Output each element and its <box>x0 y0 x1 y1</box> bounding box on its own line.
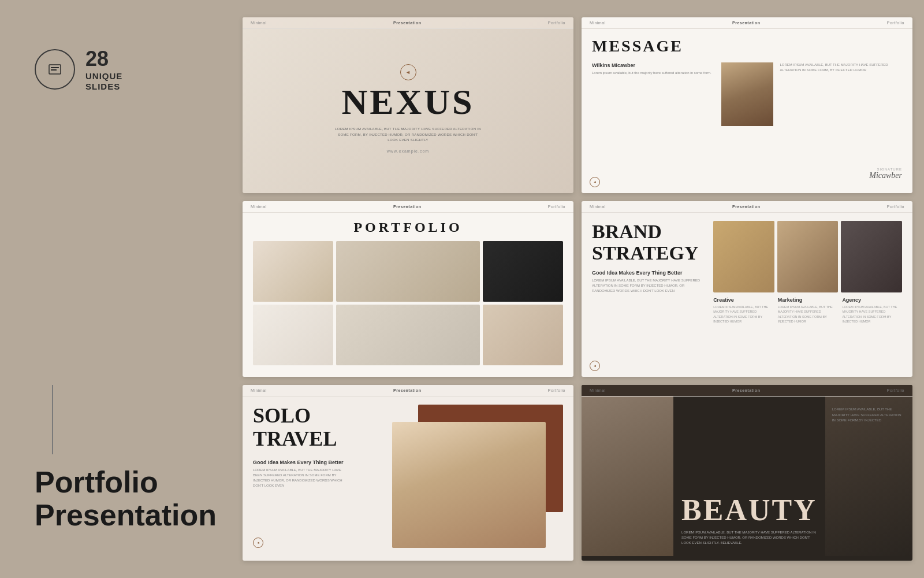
slide-4-header-center: Presentation <box>732 205 760 209</box>
photo-jewelry <box>713 221 774 292</box>
slide-4-header: Minimal Presentation Portfolio <box>582 201 912 213</box>
beauty-right-text: LOREM IPSUM AVAILABLE, BUT THE MAJORITY … <box>832 407 906 424</box>
portfolio-cell-4 <box>253 305 333 365</box>
slide-beauty[interactable]: Minimal Presentation Portfolio BEAUTY LO… <box>582 385 912 561</box>
slide-6-header-right: Portfolio <box>887 388 904 392</box>
slide-2-logo <box>590 177 600 187</box>
nexus-title: NEXUS <box>341 84 474 120</box>
agency-text: LOREM IPSUM AVAILABLE, BUT THE MAJORITY … <box>842 305 902 324</box>
badge-label-line2: SLIDES <box>85 81 122 92</box>
brand-col-marketing: Marketing LOREM IPSUM AVAILABLE, BUT THE… <box>778 297 838 324</box>
img-furniture <box>253 241 333 302</box>
brand-title: BRAND STRATEGY <box>592 221 705 264</box>
slide-4-header-right: Portfolio <box>887 205 904 209</box>
slide-5-content: SOLO TRAVEL Good Idea Makes Every Thing … <box>243 397 573 556</box>
portfolio-cell-6 <box>483 305 563 365</box>
slide-5-header-right: Portfolio <box>548 388 565 392</box>
slide-2-header-right: Portfolio <box>887 21 904 25</box>
brand-photos <box>713 221 902 292</box>
signature-area: SIGNATURE Micawber <box>780 168 903 180</box>
brand-photo-3 <box>841 221 902 292</box>
agency-title: Agency <box>842 297 902 303</box>
slide-nexus[interactable]: Minimal Presentation Portfolio NEXUS LOR… <box>243 17 573 193</box>
left-panel: 28 UNIQUE SLIDES Portfolio Presentation <box>0 0 243 578</box>
slide-1-header: Minimal Presentation Portfolio <box>243 17 573 29</box>
beauty-text: LOREM IPSUM AVAILABLE, BUT THE MAJORITY … <box>681 530 817 546</box>
img-bottles <box>336 241 480 302</box>
slide-5-header-left: Minimal <box>251 388 267 392</box>
badge-number: 28 <box>85 46 122 71</box>
beauty-title: BEAUTY <box>681 495 817 525</box>
slide-1-header-left: Minimal <box>251 21 267 25</box>
message-body: Wilkins Micawber Lorem ipsum available, … <box>592 62 902 180</box>
beauty-center: BEAUTY LOREM IPSUM AVAILABLE, BUT THE MA… <box>673 397 825 556</box>
svg-rect-1 <box>51 67 59 68</box>
slide-5-header-center: Presentation <box>393 388 421 392</box>
slide-3-header-center: Presentation <box>393 205 421 209</box>
badge-text: 28 UNIQUE SLIDES <box>85 46 122 92</box>
divider-line <box>52 385 53 454</box>
slide-2-header: Minimal Presentation Portfolio <box>582 17 912 29</box>
creative-title: Creative <box>713 297 773 303</box>
travel-left: SOLO TRAVEL Good Idea Makes Every Thing … <box>253 405 384 548</box>
travel-right <box>392 405 563 548</box>
travel-title: SOLO TRAVEL <box>253 405 384 450</box>
badge-icon <box>35 49 75 90</box>
img-laptop <box>336 305 480 365</box>
slide-message[interactable]: Minimal Presentation Portfolio MESSAGE W… <box>582 17 912 193</box>
portfolio-cell-1 <box>253 241 333 302</box>
slide-portfolio[interactable]: Minimal Presentation Portfolio PORTFOLIO <box>243 201 573 377</box>
slide-2-header-center: Presentation <box>732 21 760 25</box>
slide-6-header-left: Minimal <box>590 388 606 392</box>
slide-6-header-center: Presentation <box>732 388 760 392</box>
portfolio-slide-title: PORTFOLIO <box>253 220 563 235</box>
brand-subtitle: Good Idea Makes Every Thing Better <box>592 270 705 276</box>
beauty-right: LOREM IPSUM AVAILABLE, BUT THE MAJORITY … <box>825 397 912 556</box>
slide-4-logo <box>590 361 600 371</box>
brand-right: Creative LOREM IPSUM AVAILABLE, BUT THE … <box>713 221 902 364</box>
img-vase <box>253 305 333 365</box>
brand-left: BRAND STRATEGY Good Idea Makes Every Thi… <box>592 221 705 364</box>
badge-area: 28 UNIQUE SLIDES <box>35 46 208 92</box>
message-left: Wilkins Micawber Lorem ipsum available, … <box>592 62 714 180</box>
travel-photo <box>392 422 546 548</box>
message-title: MESSAGE <box>592 37 902 55</box>
signature-name: Micawber <box>780 171 903 180</box>
slide-1-header-center: Presentation <box>393 21 421 25</box>
creative-text: LOREM IPSUM AVAILABLE, BUT THE MAJORITY … <box>713 305 773 324</box>
img-pillow <box>483 305 563 365</box>
slide-4-header-left: Minimal <box>590 205 606 209</box>
svg-rect-2 <box>51 69 57 71</box>
nexus-url: www.example.com <box>387 149 429 153</box>
slide-6-header: Minimal Presentation Portfolio <box>582 385 912 397</box>
left-middle <box>35 92 208 465</box>
slide-brand-strategy[interactable]: Minimal Presentation Portfolio BRAND STR… <box>582 201 912 377</box>
travel-text: LOREM IPSUM AVAILABLE, BUT THE MAJORITY … <box>253 468 345 488</box>
beauty-left-photo <box>582 397 673 556</box>
slide-6-content: BEAUTY LOREM IPSUM AVAILABLE, BUT THE MA… <box>582 397 912 556</box>
marketing-title: Marketing <box>778 297 838 303</box>
message-lorem: LOREM IPSUM AVAILABLE, BUT THE MAJORITY … <box>780 62 903 73</box>
portfolio-cell-3 <box>483 241 563 302</box>
slide-1-content: NEXUS LOREM IPSUM AVAILABLE, BUT THE MAJ… <box>243 29 573 188</box>
img-mug <box>483 241 563 302</box>
portfolio-grid <box>253 241 563 365</box>
slide-3-header: Minimal Presentation Portfolio <box>243 201 573 213</box>
bottom-title: Portfolio Presentation <box>35 466 208 532</box>
slide-1-header-right: Portfolio <box>548 21 565 25</box>
slide-3-header-left: Minimal <box>251 205 267 209</box>
nexus-subtitle: LOREM IPSUM AVAILABLE, BUT THE MAJORITY … <box>333 127 483 143</box>
message-photo <box>721 62 773 126</box>
message-author: Wilkins Micawber <box>592 62 714 68</box>
slide-2-header-left: Minimal <box>590 21 606 25</box>
slide-4-content: BRAND STRATEGY Good Idea Makes Every Thi… <box>582 213 912 372</box>
brand-col-agency: Agency LOREM IPSUM AVAILABLE, BUT THE MA… <box>842 297 902 324</box>
slide-solo-travel[interactable]: Minimal Presentation Portfolio SOLO TRAV… <box>243 385 573 561</box>
brand-photo-1 <box>713 221 774 292</box>
nexus-icon <box>400 64 416 80</box>
slide-5-logo <box>253 538 263 548</box>
photo-dark <box>841 221 902 292</box>
brand-cols: Creative LOREM IPSUM AVAILABLE, BUT THE … <box>713 297 902 324</box>
brand-desc: LOREM IPSUM AVAILABLE, BUT THE MAJORITY … <box>592 278 705 294</box>
message-body-text: Lorem ipsum available, but the majority … <box>592 71 714 76</box>
